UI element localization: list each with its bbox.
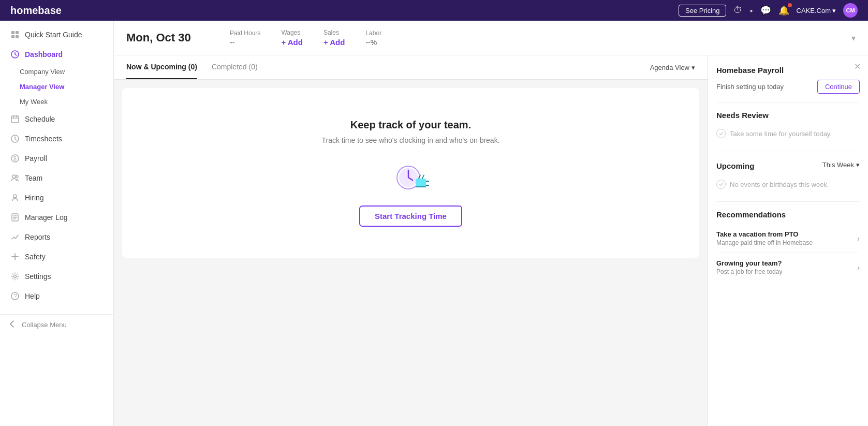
sidebar-item-team[interactable]: Team [2,168,111,188]
empty-state-illustration [393,159,429,195]
expand-icon[interactable]: ▾ [851,33,856,43]
collapse-menu-button[interactable]: Collapse Menu [0,314,113,335]
sidebar-sub-label: My Week [20,98,48,106]
payroll-title: Homebase Payroll [716,66,860,75]
needs-review-empty: Take some time for yourself today. [716,125,860,142]
sales-stat: Sales + Add [323,29,345,47]
payroll-icon: $ [10,154,20,163]
sidebar-item-reports[interactable]: Reports [2,227,111,247]
top-nav: homebase See Pricing ⏱ ● 💬 🔔 CAKE.Com ▾ … [0,0,868,21]
needs-review-title: Needs Review [716,111,860,120]
dashboard-icon [10,50,20,59]
sidebar-item-settings[interactable]: Settings [2,267,111,286]
upcoming-period-selector[interactable]: This Week ▾ [822,161,860,169]
rec-arrow-icon: › [857,263,860,272]
dot-icon: ● [749,8,753,13]
empty-state-title: Keep track of your team. [350,119,471,131]
labor-stat: Labor --% [365,30,381,47]
labor-value: --% [365,38,381,47]
paid-hours-stat: Paid Hours -- [230,30,260,47]
upcoming-period-label: This Week [822,161,854,169]
agenda-chevron-icon: ▾ [692,64,695,71]
sales-add-link[interactable]: + Add [323,38,345,47]
manager-log-icon [10,213,20,222]
sidebar-item-label: Dashboard [25,50,63,58]
sidebar-sub-label: Company View [20,68,65,76]
time-icon[interactable]: ⏱ [733,5,742,16]
company-selector[interactable]: CAKE.Com ▾ [797,7,836,14]
recommendations-section: Recommendations Take a vacation from PTO… [716,210,860,282]
rec-subtitle: Post a job for free today [716,268,782,275]
team-icon [10,173,20,183]
topnav-right: See Pricing ⏱ ● 💬 🔔 CAKE.Com ▾ CM [679,3,858,18]
svg-point-9 [12,175,16,178]
sidebar-item-label: Safety [25,253,46,261]
empty-state-subtitle: Track time to see who's clocking in and … [321,136,499,144]
tab-completed[interactable]: Completed (0) [212,55,258,79]
sidebar-item-company-view[interactable]: Company View [0,64,113,79]
upcoming-section: Upcoming This Week ▾ No events or birthd… [716,159,860,202]
main-layout: Quick Start Guide Dashboard Company View… [0,21,868,426]
center-panel: Now & Upcoming (0) Completed (0) Agenda … [114,55,708,426]
sidebar-item-quick-start[interactable]: Quick Start Guide [2,25,111,45]
svg-point-11 [13,195,17,198]
right-panel: ✕ Homebase Payroll Finish setting up tod… [708,55,868,426]
agenda-view-selector[interactable]: Agenda View ▾ [650,64,695,71]
tabs-bar: Now & Upcoming (0) Completed (0) Agenda … [114,55,708,80]
continue-button[interactable]: Continue [817,80,860,94]
recommendation-item-hiring[interactable]: Growing your team? Post a job for free t… [716,253,860,282]
see-pricing-button[interactable]: See Pricing [679,5,726,17]
help-icon: ? [10,291,20,301]
reports-icon [10,232,20,242]
main-content: Now & Upcoming (0) Completed (0) Agenda … [114,55,868,426]
close-icon[interactable]: ✕ [854,62,861,71]
svg-rect-1 [16,31,19,34]
safety-icon [10,252,20,261]
svg-rect-18 [416,179,426,187]
chat-icon[interactable]: 💬 [760,5,771,16]
sidebar-item-dashboard[interactable]: Dashboard [2,45,111,64]
sidebar-item-hiring[interactable]: Hiring [2,188,111,208]
svg-rect-5 [11,116,19,123]
sidebar-item-timesheets[interactable]: Timesheets [2,129,111,149]
chevron-down-icon: ▾ [832,7,836,14]
wages-stat: Wages + Add [281,29,303,47]
content-area: Mon, Oct 30 Paid Hours -- Wages + Add Sa… [114,21,868,426]
hiring-icon [10,193,20,202]
sidebar-item-manager-log[interactable]: Manager Log [2,208,111,227]
payroll-text: Finish setting up today [716,83,784,91]
company-name: CAKE.Com [797,7,831,14]
app-logo: homebase [10,5,679,17]
svg-point-13 [14,275,17,278]
sidebar-item-label: Reports [25,233,50,241]
payroll-section: Homebase Payroll Finish setting up today… [716,66,860,102]
rec-title: Growing your team? [716,259,782,267]
upcoming-header: Upcoming This Week ▾ [716,159,860,170]
upcoming-chevron-icon: ▾ [856,161,860,169]
payroll-box: Finish setting up today Continue [716,80,860,102]
paid-hours-value: -- [230,38,260,47]
avatar[interactable]: CM [843,3,858,18]
svg-rect-3 [16,35,19,38]
collapse-label: Collapse Menu [22,321,67,329]
sidebar-item-help[interactable]: ? Help [2,286,111,306]
tab-now-upcoming[interactable]: Now & Upcoming (0) [126,55,197,79]
sidebar-item-payroll[interactable]: $ Payroll [2,149,111,168]
recommendation-item-pto[interactable]: Take a vacation from PTO Manage paid tim… [716,224,860,253]
start-tracking-button[interactable]: Start Tracking Time [359,205,462,227]
sidebar-item-label: Hiring [25,194,44,202]
needs-review-section: Needs Review Take some time for yourself… [716,111,860,151]
sidebar-item-manager-view[interactable]: Manager View [0,79,113,94]
sidebar-item-label: Help [25,292,40,300]
sidebar-item-safety[interactable]: Safety [2,247,111,267]
wages-add-link[interactable]: + Add [281,38,303,47]
sidebar-item-schedule[interactable]: Schedule [2,109,111,129]
sidebar-item-label: Manager Log [25,213,68,222]
bell-icon[interactable]: 🔔 [778,5,789,16]
recommendation-content: Growing your team? Post a job for free t… [716,259,782,275]
recommendation-content: Take a vacation from PTO Manage paid tim… [716,230,813,246]
sidebar-item-my-week[interactable]: My Week [0,94,113,109]
labor-label: Labor [365,30,381,37]
svg-rect-0 [11,31,14,34]
schedule-icon [10,114,20,124]
